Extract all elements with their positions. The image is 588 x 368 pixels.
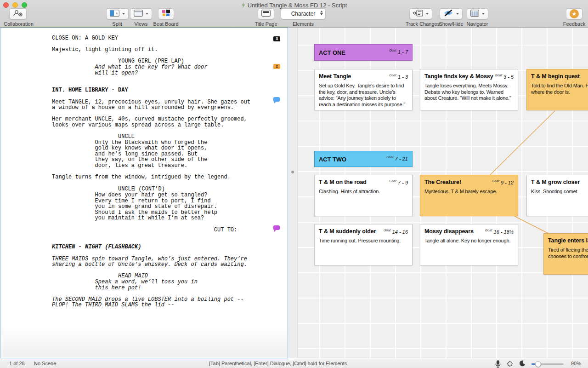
show-hide-label: Show/Hide <box>438 21 464 27</box>
script-block: And what is the key for? What door will … <box>52 64 272 76</box>
beat-card-title: T & M begin quest <box>531 73 588 80</box>
chevron-down-icon <box>426 13 429 15</box>
beat-board-button[interactable] <box>158 8 174 19</box>
page-bottom-shadow <box>1 326 287 357</box>
beat-card-body: Time running out. Pressure mounting. <box>319 238 408 244</box>
beat-card-body: Tired of fleeing the Creature, she choos… <box>548 247 588 259</box>
beat-card-goal: Goal:16 - 18½ <box>485 229 514 235</box>
script-block: CUT TO: <box>52 227 272 233</box>
beat-card[interactable]: T & M begin quest Told to find the Old M… <box>526 69 588 110</box>
script-block: The SECOND MAID drops a live LOBSTER int… <box>52 297 272 308</box>
comment-bubble[interactable] <box>273 225 280 230</box>
chevron-down-icon <box>456 13 459 15</box>
views-group: Views <box>130 8 153 27</box>
collaboration-button[interactable] <box>9 8 27 19</box>
beat-card-body: Told to find the Old Man. He knows where… <box>531 83 588 95</box>
elements-dropdown[interactable]: Character <box>281 8 326 19</box>
collaboration-group: Collaboration <box>4 8 32 27</box>
show-hide-button[interactable] <box>440 8 463 19</box>
focus-target-button[interactable] <box>507 361 513 368</box>
collaboration-icon <box>13 10 23 18</box>
beat-card[interactable]: Tangle finds key & Mossy Goal:3 - 5 Tang… <box>420 69 518 110</box>
split-view-icon <box>110 10 119 18</box>
elements-group: Character Elements <box>280 8 326 27</box>
beat-board-icon <box>162 9 170 18</box>
beat-card-body: Tangle all alone. Key no longer enough. <box>424 238 514 244</box>
split-label: Split <box>105 21 130 27</box>
beat-card-goal: Goal:1 - 3 <box>389 74 408 80</box>
star-icon: ★ <box>570 9 579 18</box>
beat-card-goal: Goal:3 - 5 <box>495 74 514 80</box>
track-changes-label: Track Changes <box>406 21 436 27</box>
beat-card-body: Clashing. Hints of attraction. <box>319 189 408 195</box>
script-page[interactable]: CLOSE ON: A GOLD KEYMajestic, light glin… <box>52 35 272 308</box>
track-changes-icon <box>413 10 423 18</box>
script-block: Only the Blacksmith who forged the gold … <box>52 140 272 169</box>
toolbar: Untitled Tangle & Moss FD 12 - Script Co… <box>0 0 588 28</box>
script-block: UNCLE <box>52 134 272 140</box>
script-block: Tangle turns from the window, intrigued … <box>52 174 272 180</box>
beat-card-body: Set up Gold Key. Tangle's desire to find… <box>319 83 408 108</box>
comment-bubble[interactable] <box>273 97 280 102</box>
splitter-handle[interactable] <box>291 171 294 173</box>
script-block: Speak a word, we’ll toss you in this her… <box>52 279 272 291</box>
chevron-down-icon <box>122 13 125 15</box>
document-proxy-icon <box>241 2 245 10</box>
script-block: How does your hair get so tangled? Every… <box>52 192 272 221</box>
split-button[interactable] <box>106 8 129 19</box>
beat-card-goal: Goal:7 - 21 <box>386 155 408 161</box>
beat-card-body: Mysterious. T & M barely escape. <box>424 189 514 195</box>
status-bar: 1 of 28 No Scene [Tab] Parenthetical, [E… <box>0 359 588 368</box>
navigator-button[interactable] <box>467 8 488 19</box>
navigator-icon <box>470 10 479 18</box>
title-page-icon <box>261 10 271 18</box>
scene-number-badge[interactable]: 2 <box>273 64 280 69</box>
title-page-button[interactable] <box>258 8 274 19</box>
script-block: Meet TANGLE, 12, precocious eyes, unruly… <box>52 99 272 111</box>
dictation-button[interactable] <box>495 360 501 368</box>
feedback-label: Feedback <box>561 21 587 27</box>
feedback-group: ★ Feedback <box>561 8 587 27</box>
beat-card[interactable]: Meet Tangle Goal:1 - 3 Set up Gold Key. … <box>314 69 413 110</box>
views-icon <box>134 10 143 18</box>
script-block: Her merchant UNCLE, 40s, curved mustache… <box>52 116 272 128</box>
script-block: UNCLE (CONT'D) <box>52 186 272 192</box>
beat-card[interactable]: T & M on the road Goal:7 - 9 Clashing. H… <box>314 175 413 216</box>
zoom-slider-thumb[interactable] <box>535 361 541 367</box>
beat-card-title: T & M grow closer <box>531 179 588 185</box>
views-label: Views <box>130 21 153 27</box>
navigator-group: Navigator <box>464 8 490 27</box>
script-block: Majestic, light glinting off it. <box>52 47 272 53</box>
collaboration-label: Collaboration <box>4 21 32 27</box>
page-count: 1 of 28 <box>9 361 25 366</box>
views-button[interactable] <box>130 8 152 19</box>
beat-card[interactable]: Mossy disappears Goal:16 - 18½ Tangle al… <box>420 224 518 265</box>
zoom-slider[interactable] <box>531 363 564 365</box>
track-changes-group: Track Changes <box>406 8 436 27</box>
zoom-percentage: 90% <box>571 361 581 366</box>
eye-slash-icon <box>443 10 453 18</box>
beat-card[interactable]: T & M suddenly older Goal:14 - 16 Time r… <box>314 224 413 265</box>
feedback-button[interactable]: ★ <box>566 8 582 19</box>
beat-card[interactable]: ACT TWO Goal:7 - 21 <box>314 151 413 167</box>
scene-number-badge[interactable]: 3 <box>273 36 280 41</box>
night-mode-button[interactable] <box>519 360 526 368</box>
beat-board-pane[interactable]: ACT ONE Goal:1 - 7 Meet Tangle Goal:1 - … <box>298 28 588 358</box>
split-group: Split <box>105 8 130 27</box>
beat-card[interactable]: ACT ONE Goal:1 - 7 <box>314 44 413 61</box>
beat-card[interactable]: Tangle enters lair Tired of fleeing the … <box>543 233 588 275</box>
beat-card-title: Tangle enters lair <box>548 237 588 244</box>
beat-card-body: Tangle loses everything. Meets Mossy. De… <box>424 83 514 102</box>
beat-card-body: Kiss. Shooting comet. <box>531 189 588 195</box>
beat-card-goal: Goal:1 - 7 <box>389 49 408 55</box>
script-editor-pane[interactable]: CLOSE ON: A GOLD KEYMajestic, light glin… <box>0 28 288 358</box>
track-changes-button[interactable] <box>409 8 432 19</box>
script-block: THREE MAIDS spin toward Tangle, who’s ju… <box>52 256 272 268</box>
title-page-group: Title Page <box>254 8 278 27</box>
scene-indicator: No Scene <box>34 361 56 366</box>
beat-board-label: Beat Board <box>153 21 179 27</box>
beat-card-goal: Goal:7 - 9 <box>389 179 408 185</box>
beat-card[interactable]: T & M grow closer Kiss. Shooting comet. <box>526 175 588 216</box>
beat-card[interactable]: The Creature! Goal:9 - 12 Mysterious. T … <box>420 175 518 216</box>
pane-splitter[interactable] <box>288 28 298 358</box>
